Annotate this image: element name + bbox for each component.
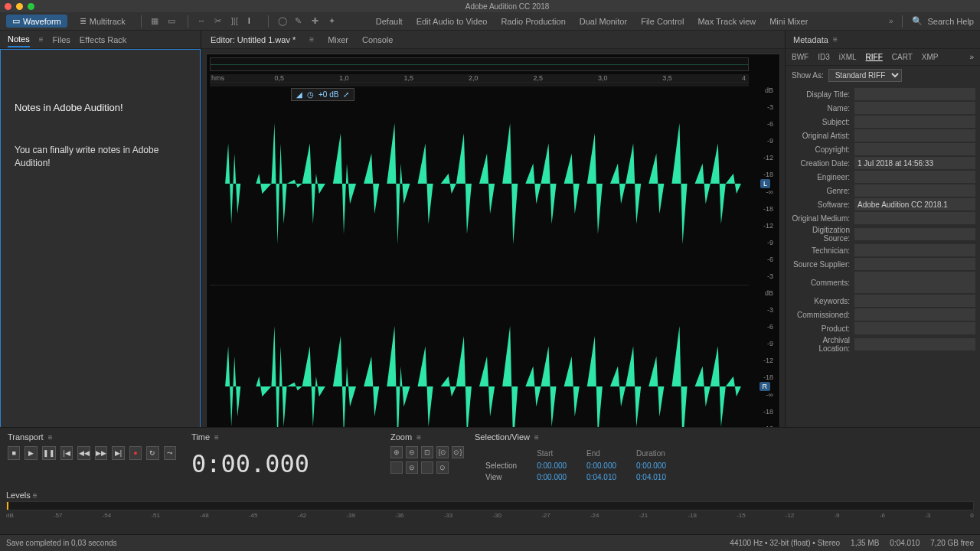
brush-icon[interactable]: ✎ xyxy=(295,16,305,27)
meta-field-input[interactable] xyxy=(854,295,975,307)
zoom-in-icon[interactable]: ⊕ xyxy=(390,446,403,458)
play-button[interactable]: ▶ xyxy=(24,446,37,460)
workspace-default[interactable]: Default xyxy=(376,17,403,26)
workspace-minimixer[interactable]: Mini Mixer xyxy=(769,17,808,26)
stop-button[interactable]: ■ xyxy=(8,446,20,460)
meta-field-input[interactable] xyxy=(854,322,975,334)
tick: 3,5 xyxy=(662,74,672,82)
meta-field-input[interactable] xyxy=(854,228,975,240)
meta-tab-riff[interactable]: RIFF xyxy=(866,53,883,61)
record-button[interactable]: ● xyxy=(129,446,142,460)
meta-field-input[interactable] xyxy=(854,244,975,256)
tool-icon-2[interactable]: ▭ xyxy=(168,16,178,27)
minimize-window-icon[interactable] xyxy=(16,3,23,10)
meta-field-input[interactable] xyxy=(854,143,975,155)
meta-field-input[interactable] xyxy=(854,102,975,114)
tab-files[interactable]: Files xyxy=(53,33,70,47)
meta-field-input[interactable] xyxy=(854,272,975,293)
waveform-mode-button[interactable]: ▭ Waveform xyxy=(6,15,67,28)
menu-icon[interactable]: ≡ xyxy=(214,433,219,442)
workspace-dual[interactable]: Dual Monitor xyxy=(580,17,627,26)
stamp-icon[interactable]: ✦ xyxy=(328,16,339,27)
meta-field-input[interactable] xyxy=(854,198,975,210)
pin-icon[interactable]: ⤢ xyxy=(343,90,349,99)
razor-tool-icon[interactable]: ✂ xyxy=(214,16,225,27)
move-tool-icon[interactable]: ↔ xyxy=(198,16,208,27)
multitrack-mode-button[interactable]: ≣ Multitrack xyxy=(74,15,132,28)
tool-icon-1[interactable]: ▦ xyxy=(151,16,162,27)
menu-icon[interactable]: ≡ xyxy=(416,433,421,442)
tick: 2,0 xyxy=(469,74,479,82)
goto-start-button[interactable]: |◀ xyxy=(60,446,73,460)
menu-icon[interactable]: ≡ xyxy=(48,433,53,442)
zoom-full-icon[interactable]: ⊡ xyxy=(421,446,433,458)
overflow-icon[interactable]: » xyxy=(889,17,893,25)
hud-db-value: +0 dB xyxy=(318,90,338,99)
close-window-icon[interactable] xyxy=(5,3,11,10)
waveform-area[interactable]: hms 0,5 1,0 1,5 2,0 2,5 3,0 3,5 4 ◢ ◷ +0… xyxy=(206,54,780,491)
meta-field-input[interactable] xyxy=(854,308,975,321)
meta-tab-xmp[interactable]: XMP xyxy=(922,53,939,61)
overflow-icon[interactable]: » xyxy=(969,53,974,61)
heal-icon[interactable]: ✚ xyxy=(312,16,322,27)
meta-field-input[interactable] xyxy=(854,88,975,100)
multitrack-icon: ≣ xyxy=(80,16,87,26)
loop-button[interactable]: ↻ xyxy=(146,446,158,460)
time-selection-icon[interactable]: ]|[ xyxy=(231,16,242,27)
workspace-maxtrack[interactable]: Max Track view xyxy=(697,17,756,26)
workspace-edit-video[interactable]: Edit Audio to Video xyxy=(416,17,488,26)
goto-end-button[interactable]: ▶| xyxy=(112,446,124,460)
zoom-v-out-icon[interactable]: ⊙ xyxy=(436,461,449,474)
zoom-window-icon[interactable] xyxy=(28,3,34,10)
meta-field-label: Creation Date: xyxy=(790,159,854,168)
menu-icon[interactable]: ≡ xyxy=(833,35,838,44)
notes-body[interactable]: You can finally write notes in Adobe Aud… xyxy=(15,144,186,170)
search-help[interactable]: 🔍 Search Help xyxy=(912,16,974,26)
workspace-file[interactable]: File Control xyxy=(641,17,684,26)
meta-field-input[interactable] xyxy=(854,116,975,128)
level-meter[interactable] xyxy=(6,501,974,510)
ibeam-icon[interactable]: I xyxy=(248,16,259,27)
zoom-sel2-icon[interactable]: ⊙} xyxy=(452,446,464,458)
meta-field-input[interactable] xyxy=(854,184,975,197)
meta-field-input[interactable] xyxy=(854,129,975,142)
metadata-title: Metadata xyxy=(793,35,828,44)
meta-tab-id3[interactable]: ID3 xyxy=(818,53,830,61)
showas-select[interactable]: Standard RIFF xyxy=(828,69,902,82)
forward-button[interactable]: ▶▶ xyxy=(95,446,107,460)
meta-field-row: Keywords: xyxy=(790,295,975,307)
zoom-v-in-icon[interactable]: ⊖ xyxy=(406,461,418,474)
channel-left[interactable]: L xyxy=(210,82,749,285)
overview-bar[interactable] xyxy=(210,57,749,71)
meta-field-label: Product: xyxy=(790,324,854,333)
menu-icon[interactable]: ≡ xyxy=(39,35,44,44)
menu-icon[interactable]: ≡ xyxy=(534,433,539,442)
tab-notes[interactable]: Notes xyxy=(8,32,30,47)
meta-field-input[interactable] xyxy=(854,212,975,224)
rewind-button[interactable]: ◀◀ xyxy=(77,446,90,460)
editor-tab-file[interactable]: Editor: Untitled 1.wav * xyxy=(211,35,296,44)
search-placeholder: Search Help xyxy=(927,17,974,26)
skip-button[interactable]: ⤳ xyxy=(164,446,176,460)
meta-field-label: Keywords: xyxy=(790,297,854,305)
zoom-out-icon[interactable]: ⊖ xyxy=(406,446,418,458)
meta-field-input[interactable] xyxy=(854,171,975,183)
hud-display[interactable]: ◢ ◷ +0 dB ⤢ xyxy=(291,88,354,101)
pause-button[interactable]: ❚❚ xyxy=(42,446,56,460)
meta-field-input[interactable] xyxy=(854,338,975,350)
workspace-radio[interactable]: Radio Production xyxy=(501,17,565,26)
menu-icon[interactable]: ≡ xyxy=(33,491,38,500)
meta-tab-cart[interactable]: CART xyxy=(892,53,913,61)
workspace-links: Default Edit Audio to Video Radio Produc… xyxy=(376,17,808,26)
tab-effects-rack[interactable]: Effects Rack xyxy=(80,33,127,47)
signal-icon: ◢ xyxy=(296,90,302,99)
meta-tab-bwf[interactable]: BWF xyxy=(792,53,808,61)
meta-tab-ixml[interactable]: iXML xyxy=(839,53,857,61)
zoom-sel-icon[interactable]: {⊙ xyxy=(436,446,449,458)
lasso-icon[interactable]: ◯ xyxy=(278,16,289,27)
editor-tab-mixer[interactable]: Mixer xyxy=(328,35,348,44)
meta-field-input[interactable] xyxy=(854,157,975,169)
meta-field-input[interactable] xyxy=(854,258,975,270)
editor-tab-console[interactable]: Console xyxy=(362,35,393,44)
menu-icon[interactable]: ≡ xyxy=(309,35,314,44)
